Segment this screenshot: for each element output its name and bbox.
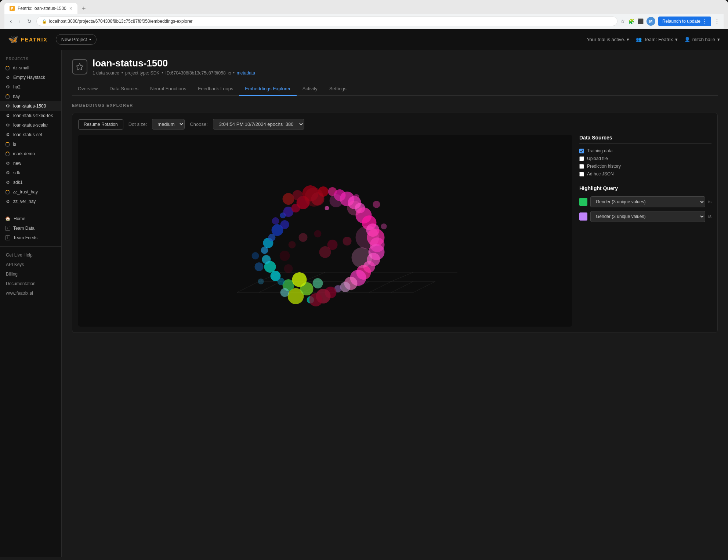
sidebar-item-loan-status-scalar[interactable]: ⚙ loan-status-scalar <box>0 120 61 130</box>
browser-tab[interactable]: F Featrix: loan-status-1500 × <box>4 3 77 14</box>
team-selector[interactable]: 👥 Team: Featrix ▾ <box>636 37 678 42</box>
checkbox-training-data[interactable]: Training data <box>579 148 711 153</box>
embeddings-explorer-section: EMBEDDINGS EXPLORER Resume Rotation Dot … <box>72 103 718 333</box>
tab-data-sources[interactable]: Data Sources <box>104 82 144 96</box>
sidebar-item-empty-haystack[interactable]: ⚙ Empty Haystack <box>0 73 61 82</box>
sidebar-item-loan-status-1500[interactable]: ⚙ loan-status-1500 <box>0 101 61 111</box>
right-panel: Data Sources Training data Upload file <box>579 135 711 327</box>
tab-feedback-loops[interactable]: Feedback Loops <box>192 82 239 96</box>
sidebar-item-zz-trust-hay[interactable]: zz_trust_hay <box>0 187 61 197</box>
meta-dot-3: • <box>233 70 235 76</box>
forward-button[interactable]: › <box>17 17 22 26</box>
projects-label: PROJECTS <box>0 55 61 63</box>
tab-settings[interactable]: Settings <box>323 82 352 96</box>
copy-icon[interactable]: ⧉ <box>228 71 231 76</box>
sidebar-item-loan-status-fixed-tok[interactable]: ⚙ loan-status-fixed-tok <box>0 111 61 120</box>
visualization-canvas[interactable] <box>78 135 572 327</box>
query-field-select-2[interactable]: Gender (3 unique values) <box>590 211 705 222</box>
logo-butterfly-icon: 🦋 <box>8 35 18 44</box>
gear-icon: ⚙ <box>5 161 10 166</box>
dot-size-select[interactable]: small medium large <box>152 119 185 130</box>
chrome-menu-button[interactable]: ⋮ <box>714 18 720 25</box>
meta-dot-2: • <box>162 70 163 76</box>
reload-button[interactable]: ↻ <box>25 17 33 25</box>
epoch-select[interactable]: 3:04:54 PM 10/7/2024 epochs=380 <box>213 119 304 130</box>
sidebar-item-label: mark demo <box>13 151 35 156</box>
new-project-label: New Project <box>61 37 87 42</box>
sidebar-item-hay[interactable]: hay <box>0 92 61 101</box>
bookmark-button[interactable]: ☆ <box>620 18 625 24</box>
explorer-main: Data Sources Training data Upload file <box>78 135 711 327</box>
explorer-controls: Resume Rotation Dot size: small medium l… <box>78 119 711 130</box>
sidebar-item-sdk1[interactable]: ⚙ sdk1 <box>0 178 61 187</box>
url-text: localhost:3000/projects/6704308f8b13c75c… <box>49 19 193 24</box>
svg-point-68 <box>289 241 296 248</box>
sidebar-item-label: ha2 <box>13 84 21 90</box>
gear-icon: ⚙ <box>5 84 10 90</box>
tab-close-icon[interactable]: × <box>69 6 72 11</box>
checkbox-upload-file[interactable]: Upload file <box>579 156 711 161</box>
sidebar-item-sdk[interactable]: ⚙ sdk <box>0 168 61 178</box>
info-icon: i <box>5 226 10 231</box>
gear-icon: ⚙ <box>5 170 10 175</box>
trial-label: Your trial is active. <box>587 37 625 42</box>
get-live-help-link[interactable]: Get Live Help <box>0 250 61 260</box>
svg-point-81 <box>354 194 359 200</box>
back-button[interactable]: ‹ <box>8 17 14 26</box>
main-layout: PROJECTS dz-small ⚙ Empty Haystack ⚙ ha2… <box>0 50 728 557</box>
gear-icon: ⚙ <box>5 123 10 128</box>
tab-activity[interactable]: Activity <box>297 82 323 96</box>
sidebar-item-loan-status-set[interactable]: ⚙ loan-status-set <box>0 130 61 139</box>
extensions-button[interactable]: 🧩 <box>628 18 634 24</box>
spinner-icon <box>5 66 10 70</box>
dot-size-label: Dot size: <box>128 121 147 127</box>
trial-status[interactable]: Your trial is active. ▾ <box>587 37 629 42</box>
meta-id: ID:6704308f8b13c75c87f8f058 <box>166 70 226 76</box>
sidebar-item-mark-demo[interactable]: mark demo <box>0 149 61 159</box>
browser-chrome: F Featrix: loan-status-1500 × + ‹ › ↻ 🔒 … <box>0 0 728 29</box>
sidebar-item-ls[interactable]: ls <box>0 139 61 149</box>
user-menu[interactable]: 👤 mitch haile ▾ <box>684 37 720 42</box>
relaunch-menu-icon: ⋮ <box>702 18 707 24</box>
resume-rotation-button[interactable]: Resume Rotation <box>78 119 123 130</box>
api-keys-link[interactable]: API Keys <box>0 260 61 269</box>
documentation-link[interactable]: Documentation <box>0 279 61 288</box>
is-label-2: is <box>708 214 711 219</box>
svg-point-78 <box>330 194 343 207</box>
website-link[interactable]: www.featrix.ai <box>0 288 61 298</box>
metadata-link[interactable]: metadata <box>237 70 255 76</box>
svg-point-70 <box>284 264 293 273</box>
address-bar[interactable]: 🔒 localhost:3000/projects/6704308f8b13c7… <box>36 17 617 26</box>
query-field-select-1[interactable]: Gender (3 unique values) <box>590 196 705 207</box>
sidebar-item-dz-small[interactable]: dz-small <box>0 63 61 73</box>
meta-dot-1: • <box>122 70 123 76</box>
profile-avatar[interactable]: M <box>646 17 655 26</box>
sidebar-item-home[interactable]: 🏠 Home <box>0 214 61 223</box>
new-tab-button[interactable]: + <box>79 3 89 14</box>
svg-marker-0 <box>76 63 83 70</box>
tab-neural-functions[interactable]: Neural Functions <box>144 82 192 96</box>
sidebar-item-team-feeds[interactable]: i Team Feeds <box>0 233 61 243</box>
sidebar-item-label: zz_trust_hay <box>13 189 38 194</box>
cast-button[interactable]: ⬛ <box>637 18 644 24</box>
relaunch-button[interactable]: Relaunch to update ⋮ <box>658 17 711 26</box>
content-area: loan-status-1500 1 data source • project… <box>62 50 728 557</box>
training-data-label: Training data <box>587 148 613 153</box>
query-row-2: Gender (3 unique values) is <box>579 211 711 222</box>
svg-point-65 <box>343 237 352 246</box>
checkbox-adhoc-json[interactable]: Ad hoc JSON <box>579 171 711 177</box>
sidebar-item-team-data[interactable]: i Team Data <box>0 223 61 233</box>
team-people-icon: 👥 <box>636 37 642 42</box>
gear-icon: ⚙ <box>5 75 10 80</box>
sidebar-item-ha2[interactable]: ⚙ ha2 <box>0 82 61 92</box>
new-project-button[interactable]: New Project ▾ <box>56 34 97 45</box>
checkbox-prediction-history[interactable]: Prediction history <box>579 164 711 169</box>
logo-area: 🦋 FEATRIX <box>8 35 48 44</box>
sidebar-item-zz-ver-hay[interactable]: ⚙ zz_ver_hay <box>0 197 61 206</box>
tab-embeddings-explorer[interactable]: Embeddings Explorer <box>239 82 296 96</box>
relaunch-label: Relaunch to update <box>662 19 700 24</box>
header-right: Your trial is active. ▾ 👥 Team: Featrix … <box>587 37 720 42</box>
billing-link[interactable]: Billing <box>0 269 61 279</box>
sidebar-item-new[interactable]: ⚙ new <box>0 159 61 168</box>
tab-overview[interactable]: Overview <box>72 82 104 96</box>
